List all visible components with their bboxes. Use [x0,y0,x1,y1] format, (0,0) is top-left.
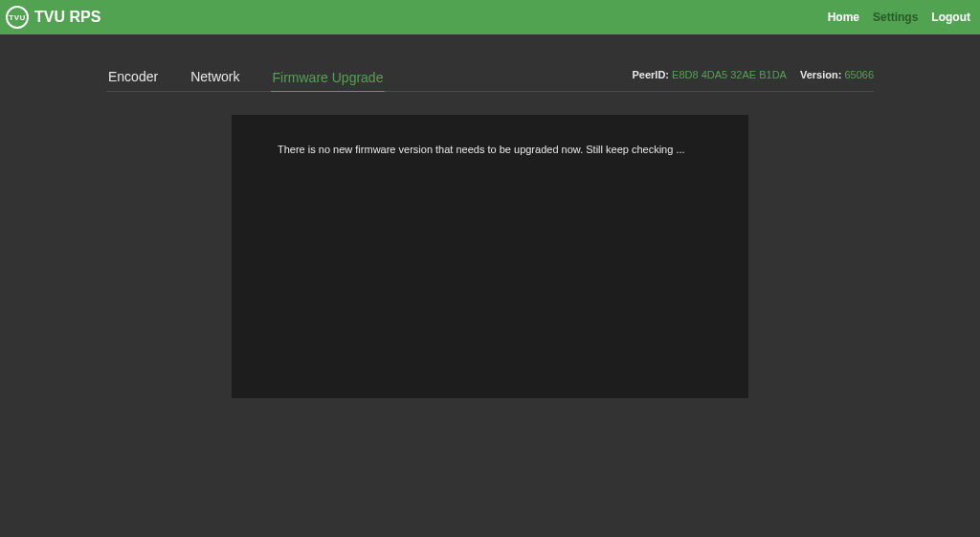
device-meta: PeerID: E8D8 4DA5 32AE B1DA Version: 650… [632,69,874,86]
tab-encoder[interactable]: Encoder [106,63,160,92]
sub-bar: Encoder Network Firmware Upgrade PeerID:… [106,63,874,92]
firmware-status-message: There is no new firmware version that ne… [278,144,702,155]
nav-settings[interactable]: Settings [873,11,918,24]
peerid-value: E8D8 4DA5 32AE B1DA [672,69,787,80]
tab-network[interactable]: Network [189,63,241,92]
peerid-label: PeerID: [632,69,669,80]
tab-firmware-upgrade[interactable]: Firmware Upgrade [271,64,386,92]
app-title: TVU RPS [34,9,100,26]
top-bar: TVU TVU RPS Home Settings Logout [0,0,980,34]
brand-logo-icon: TVU [6,6,29,29]
tabs: Encoder Network Firmware Upgrade [106,63,385,91]
brand: TVU TVU RPS [6,6,100,29]
top-nav: Home Settings Logout [828,11,970,24]
version-label: Version: [800,69,841,80]
nav-logout[interactable]: Logout [931,11,970,24]
version-value: 65066 [844,69,874,80]
nav-home[interactable]: Home [828,11,859,24]
firmware-panel: There is no new firmware version that ne… [232,115,748,398]
